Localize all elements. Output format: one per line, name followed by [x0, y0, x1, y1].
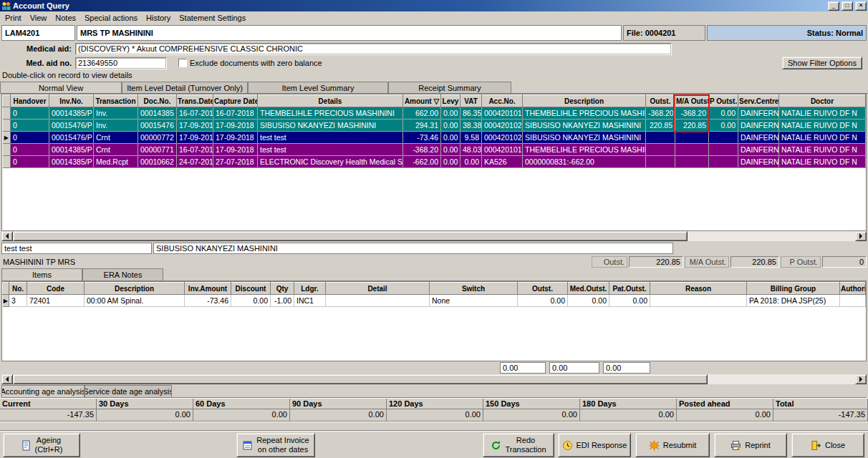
cell[interactable]: 000420101 — [482, 107, 523, 120]
cell[interactable]: 17-09-2018 — [177, 120, 213, 132]
column-header-inv-amount[interactable]: Inv.Amount — [185, 283, 231, 295]
cell[interactable]: 17-09-2018 — [213, 132, 258, 144]
minimize-button[interactable]: _ — [828, 1, 839, 11]
column-header-no[interactable]: No. — [9, 283, 27, 295]
cell[interactable]: THEMBELIHLE PRECIOUS MASHININI — [523, 107, 646, 120]
cell[interactable]: -73.46 — [403, 132, 441, 144]
tab-era-notes[interactable]: ERA Notes — [82, 268, 163, 281]
resubmit-button[interactable]: Resubmit — [635, 433, 710, 457]
scroll-left-button[interactable] — [1, 231, 13, 241]
cell[interactable]: 0.00 — [441, 144, 460, 156]
cell[interactable]: 0 — [11, 107, 49, 120]
cell[interactable]: -73.46 — [185, 295, 231, 307]
cell[interactable]: Inv. — [94, 120, 138, 132]
cell[interactable]: 24-07-2018 — [177, 156, 213, 168]
cell[interactable] — [3, 120, 11, 132]
cell[interactable]: ELECTRONIC Discovery Health Medical Sche… — [258, 156, 403, 168]
cell[interactable]: 294.31 — [403, 120, 441, 132]
column-header-authorisa[interactable]: Authorisa — [840, 283, 866, 295]
menu-print[interactable]: Print — [1, 13, 26, 23]
column-header-med-outst[interactable]: Med.Outst. — [568, 283, 609, 295]
cell[interactable]: 0.00 — [441, 107, 460, 120]
cell[interactable] — [3, 107, 11, 120]
cell[interactable]: 000420102 — [482, 132, 523, 144]
column-header-capture-date[interactable]: Capture Date — [213, 95, 258, 107]
cell[interactable]: -368.20 — [646, 107, 675, 120]
tab-service-date-age-analysis[interactable]: Service date age analysis — [85, 385, 172, 397]
cell[interactable]: 17-09-2018 — [213, 144, 258, 156]
cell[interactable]: 0 — [11, 144, 49, 156]
main-grid-hscrollbar[interactable] — [1, 231, 867, 241]
redo-transaction-button[interactable]: Redo Transaction — [483, 433, 554, 457]
column-header-code[interactable]: Code — [27, 283, 85, 295]
cell[interactable]: NATALIE RUIVO DF N — [779, 107, 866, 120]
cell[interactable]: 00:00 AM Spinal. — [85, 295, 185, 307]
cell[interactable] — [675, 156, 709, 168]
column-header-serv-centre[interactable]: Serv.Centre — [738, 95, 779, 107]
table-row[interactable]: 000014385/PMed.Rcpt0001066224-07-201827-… — [3, 156, 866, 168]
cell[interactable]: 38.38 — [460, 120, 482, 132]
cell[interactable]: 00014385 — [138, 107, 177, 120]
reprint-button[interactable]: Reprint — [714, 433, 787, 457]
cell[interactable]: 16-07-2018 — [177, 144, 213, 156]
column-header-qty[interactable]: Qty — [271, 283, 294, 295]
close-window-button[interactable]: ✕ — [855, 1, 867, 11]
cell[interactable]: -368.20 — [403, 144, 441, 156]
cell[interactable] — [709, 132, 738, 144]
column-header-doctor[interactable]: Doctor — [779, 95, 866, 107]
menu-history[interactable]: History — [142, 13, 175, 23]
column-header-blank[interactable] — [3, 95, 11, 107]
cell[interactable]: 0 — [11, 132, 49, 144]
maximize-button[interactable]: □ — [842, 1, 853, 11]
cell[interactable]: 00010662 — [138, 156, 177, 168]
cell[interactable]: 0 — [11, 156, 49, 168]
menu-notes[interactable]: Notes — [51, 13, 80, 23]
cell[interactable]: ▶ — [3, 295, 9, 307]
column-header-switch[interactable]: Switch — [430, 283, 518, 295]
column-header-ldgr[interactable]: Ldgr. — [294, 283, 326, 295]
cell[interactable]: SIBUSISO NKANYEZI MASHININI — [523, 132, 646, 144]
cell[interactable]: 0.00 — [441, 120, 460, 132]
column-header-amount[interactable]: Amount ▽ — [403, 95, 441, 107]
cell[interactable] — [326, 295, 430, 307]
column-header-handover[interactable]: Handover — [11, 95, 49, 107]
cell[interactable]: Crnt — [94, 144, 138, 156]
menu-statement-settings[interactable]: Statement Settings — [175, 13, 250, 23]
cell[interactable]: INC1 — [294, 295, 326, 307]
cell[interactable]: 0.00 — [231, 295, 271, 307]
cell[interactable]: 9.58 — [460, 132, 482, 144]
cell[interactable]: 0.00 — [518, 295, 568, 307]
column-header-details[interactable]: Details — [258, 95, 403, 107]
table-row[interactable]: ▶000015476/PCrnt0000077217-09-201817-09-… — [3, 132, 866, 144]
column-header-pat-outst[interactable]: Pat.Outst. — [609, 283, 650, 295]
cell[interactable]: 00014385/P — [49, 156, 94, 168]
cell[interactable]: test test — [258, 144, 403, 156]
cell[interactable]: DAINFERN — [738, 132, 779, 144]
column-header-p-outst[interactable]: P Outst. — [709, 95, 738, 107]
tab-accounting-age-analysis[interactable]: Accounting age analysis — [1, 385, 85, 397]
close-button[interactable]: Close — [791, 433, 864, 457]
cell[interactable]: 86.35 — [460, 107, 482, 120]
edi-response-button[interactable]: EDI Response — [558, 433, 631, 457]
cell[interactable]: 0.00 — [709, 107, 738, 120]
cell[interactable]: ▶ — [3, 132, 11, 144]
cell[interactable]: DAINFERN — [738, 156, 779, 168]
med-aid-no-input[interactable]: 213649550 — [75, 57, 167, 69]
cell[interactable]: 17-09-2018 — [177, 132, 213, 144]
scroll-right-button[interactable] — [855, 374, 867, 384]
cell[interactable]: 0.00 — [441, 132, 460, 144]
cell[interactable]: 00015476/P — [49, 120, 94, 132]
show-filter-options-button[interactable]: Show Filter Options — [782, 57, 862, 69]
cell[interactable] — [650, 295, 747, 307]
cell[interactable]: 00015476/P — [49, 132, 94, 144]
tab-item-level-summary[interactable]: Item Level Summary — [248, 82, 388, 93]
column-header-reason[interactable]: Reason — [650, 283, 747, 295]
cell[interactable] — [709, 144, 738, 156]
table-row[interactable]: 000015476/PInv.0001547617-09-201817-09-2… — [3, 120, 866, 132]
cell[interactable]: NATALIE RUIVO DF N — [779, 120, 866, 132]
cell[interactable]: Inv. — [94, 107, 138, 120]
column-header-doc-no[interactable]: Doc.No. — [138, 95, 177, 107]
table-row[interactable]: 000014385/PCrnt0000077116-07-201817-09-2… — [3, 144, 866, 156]
column-header-m-a-outst[interactable]: M/A Outst. — [675, 95, 709, 107]
cell[interactable] — [3, 156, 11, 168]
